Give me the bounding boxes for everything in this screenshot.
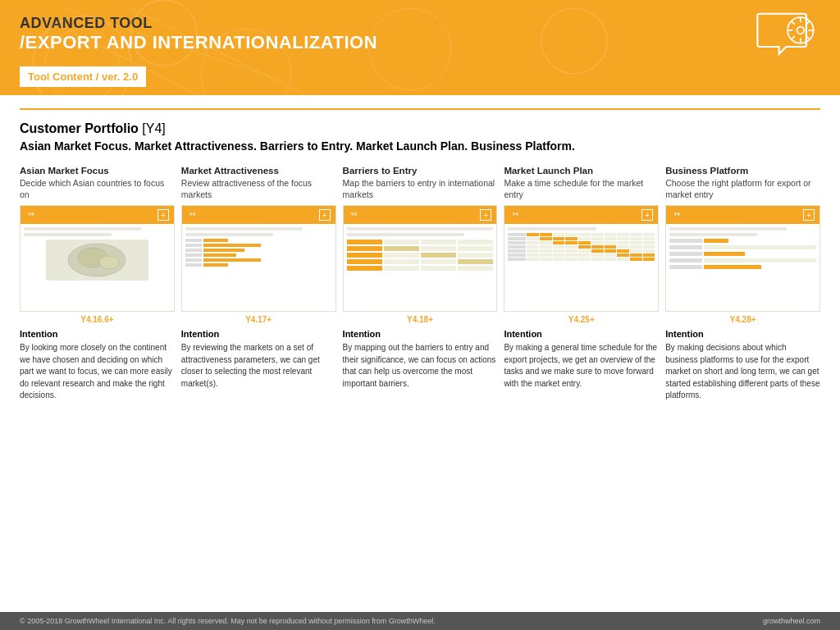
svg-point-10 xyxy=(797,27,805,34)
card-intention-text-0: By looking more closely on the continent… xyxy=(20,342,175,402)
card-3: Market Launch PlanMake a time schedule f… xyxy=(504,166,659,402)
card-2: Barriers to EntryMap the barriers to ent… xyxy=(343,166,498,402)
card-intention-title-3: Intention xyxy=(504,329,659,339)
cards-container: Asian Market FocusDecide which Asian cou… xyxy=(20,166,820,402)
header-title-line1: ADVANCED TOOL xyxy=(20,15,820,32)
card-desc-1: Review attractiveness of the focus marke… xyxy=(181,177,336,200)
card-intention-title-1: Intention xyxy=(181,329,336,339)
header: ADVANCED TOOL /EXPORT AND INTERNATIONALI… xyxy=(0,0,840,95)
card-title-0: Asian Market Focus xyxy=(20,166,175,176)
divider xyxy=(20,108,820,110)
card-title-1: Market Attractiveness xyxy=(181,166,336,176)
portfolio-subtitle: Asian Market Focus. Market Attractivenes… xyxy=(20,139,820,153)
portfolio-title: Customer Portfolio [Y4] xyxy=(20,121,820,136)
card-intention-text-2: By mapping out the barriers to entry and… xyxy=(343,342,498,390)
card-thumbnail-3: Y4+ xyxy=(504,205,659,312)
card-intention-title-2: Intention xyxy=(343,329,498,339)
card-title-2: Barriers to Entry xyxy=(343,166,498,176)
card-intention-title-4: Intention xyxy=(665,329,820,339)
svg-line-15 xyxy=(792,21,795,25)
footer: © 2005-2018 GrowthWheel International In… xyxy=(0,612,840,630)
header-subtitle-bar: Tool Content / ver. 2.0 xyxy=(20,66,146,87)
card-thumbnail-4: Y4+ xyxy=(665,205,820,312)
card-desc-4: Choose the right platform for export or … xyxy=(665,177,820,200)
card-version-1: Y4.17+ xyxy=(181,315,336,324)
footer-brand: growthwheel.com xyxy=(763,617,820,625)
card-0: Asian Market FocusDecide which Asian cou… xyxy=(20,166,175,402)
card-intention-text-3: By making a general time schedule for th… xyxy=(504,342,659,390)
card-desc-0: Decide which Asian countries to focus on xyxy=(20,177,175,200)
card-title-3: Market Launch Plan xyxy=(504,166,659,176)
card-desc-3: Make a time schedule for the market entr… xyxy=(504,177,659,200)
header-icon xyxy=(750,12,815,72)
card-title-4: Business Platform xyxy=(665,166,820,176)
card-thumbnail-0: Y4+ xyxy=(20,205,175,312)
card-intention-title-0: Intention xyxy=(20,329,175,339)
footer-copyright: © 2005-2018 GrowthWheel International In… xyxy=(20,617,436,625)
card-desc-2: Map the barriers to entry in internation… xyxy=(343,177,498,200)
header-title-line2: /EXPORT AND INTERNATIONALIZATION xyxy=(20,32,820,53)
card-version-0: Y4.16.6+ xyxy=(20,315,175,324)
card-1: Market AttractivenessReview attractivene… xyxy=(181,166,336,402)
main-content: Customer Portfolio [Y4] Asian Market Foc… xyxy=(0,95,840,417)
svg-line-18 xyxy=(792,36,795,39)
card-intention-text-1: By reviewing the markets on a set of att… xyxy=(181,342,336,390)
card-version-4: Y4.28+ xyxy=(665,315,820,324)
svg-point-21 xyxy=(99,256,119,269)
card-intention-text-4: By making decisions about which business… xyxy=(665,342,820,402)
card-4: Business PlatformChoose the right platfo… xyxy=(665,166,820,402)
card-version-3: Y4.25+ xyxy=(504,315,659,324)
card-version-2: Y4.18+ xyxy=(343,315,498,324)
card-thumbnail-1: Y4+ xyxy=(181,205,336,312)
card-thumbnail-2: Y4+ xyxy=(343,205,498,312)
